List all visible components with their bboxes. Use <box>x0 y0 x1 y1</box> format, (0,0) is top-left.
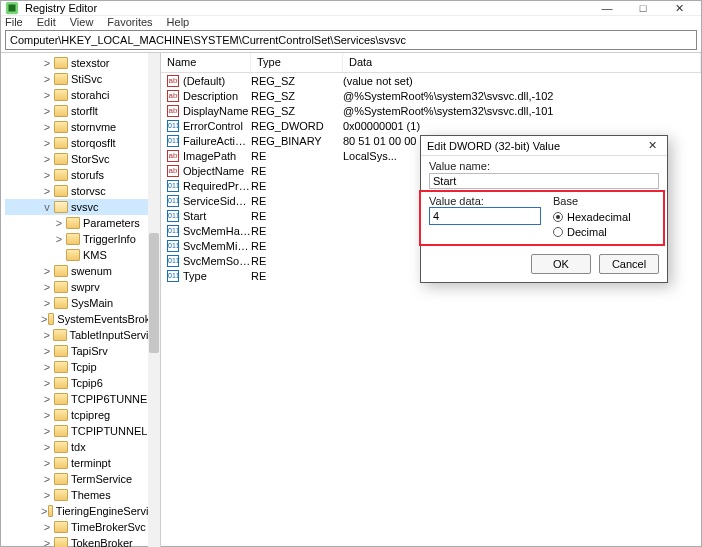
tree-item[interactable]: >stornvme <box>5 119 160 135</box>
tree-scroll-thumb[interactable] <box>149 233 159 353</box>
minimize-button[interactable]: — <box>589 1 625 15</box>
tree-item[interactable]: >storufs <box>5 167 160 183</box>
tree-item[interactable]: >Tcpip6 <box>5 375 160 391</box>
tree-expander-icon[interactable]: > <box>41 89 53 101</box>
tree-item[interactable]: >tcpipreg <box>5 407 160 423</box>
menu-favorites[interactable]: Favorites <box>107 16 152 28</box>
tree-item-label: TabletInputService <box>70 329 161 341</box>
tree-expander-icon[interactable]: > <box>41 265 53 277</box>
radio-hex[interactable] <box>553 212 563 222</box>
tree-item[interactable]: >swprv <box>5 279 160 295</box>
tree-item[interactable]: >TimeBrokerSvc <box>5 519 160 535</box>
tree-item[interactable]: >storflt <box>5 103 160 119</box>
menu-help[interactable]: Help <box>167 16 190 28</box>
tree-expander-icon[interactable]: > <box>41 457 53 469</box>
value-row[interactable]: abDisplayNameREG_SZ@%SystemRoot%\system3… <box>161 103 701 118</box>
tree-item[interactable]: >TokenBroker <box>5 535 160 547</box>
tree-item[interactable]: >Themes <box>5 487 160 503</box>
address-bar[interactable]: Computer\HKEY_LOCAL_MACHINE\SYSTEM\Curre… <box>5 30 697 50</box>
tree-item[interactable]: >storqosflt <box>5 135 160 151</box>
tree-item[interactable]: >swenum <box>5 263 160 279</box>
dialog-close-button[interactable]: ✕ <box>643 139 661 152</box>
tree-item[interactable]: >Tcpip <box>5 359 160 375</box>
value-row[interactable]: 011ErrorControlREG_DWORD0x00000001 (1) <box>161 118 701 133</box>
tree-item-label: Tcpip6 <box>71 377 103 389</box>
regedit-icon <box>5 1 19 15</box>
close-button[interactable]: ✕ <box>661 1 697 15</box>
radio-dec[interactable] <box>553 227 563 237</box>
value-name: SvcMemHardLi... <box>183 225 251 237</box>
tree-expander-icon[interactable]: > <box>41 377 53 389</box>
tree-item[interactable]: >TapiSrv <box>5 343 160 359</box>
tree-scrollbar[interactable] <box>148 53 160 547</box>
dialog-body: Value name: Start Value data: 4 Base <box>421 156 667 250</box>
cancel-button[interactable]: Cancel <box>599 254 659 274</box>
col-type[interactable]: Type <box>251 53 343 72</box>
value-row[interactable]: ab(Default)REG_SZ(value not set) <box>161 73 701 88</box>
tree-expander-icon[interactable]: > <box>41 521 53 533</box>
maximize-button[interactable]: □ <box>625 1 661 15</box>
menu-view[interactable]: View <box>70 16 94 28</box>
tree-expander-icon[interactable]: > <box>41 361 53 373</box>
folder-icon <box>66 233 80 245</box>
value-data-field[interactable]: 4 <box>429 207 541 225</box>
tree-item[interactable]: >storvsc <box>5 183 160 199</box>
tree-item[interactable]: >storahci <box>5 87 160 103</box>
tree-item[interactable]: >TCPIPTUNNEL <box>5 423 160 439</box>
tree-expander-icon[interactable]: > <box>41 345 53 357</box>
tree-item[interactable]: >terminpt <box>5 455 160 471</box>
col-name[interactable]: Name <box>161 53 251 72</box>
tree-expander-icon[interactable]: > <box>41 105 53 117</box>
radio-dec-row[interactable]: Decimal <box>553 224 631 239</box>
tree-expander-icon[interactable]: > <box>41 489 53 501</box>
tree-expander-icon[interactable]: > <box>41 185 53 197</box>
base-label: Base <box>553 195 631 207</box>
tree-item[interactable]: >Parameters <box>5 215 160 231</box>
tree-expander-icon[interactable]: > <box>41 409 53 421</box>
value-row[interactable]: abDescriptionREG_SZ@%SystemRoot%\system3… <box>161 88 701 103</box>
tree-expander-icon[interactable]: > <box>41 121 53 133</box>
tree-expander-icon[interactable]: > <box>53 233 65 245</box>
menu-file[interactable]: File <box>5 16 23 28</box>
tree-expander-icon[interactable]: > <box>41 281 53 293</box>
folder-icon <box>54 441 68 453</box>
tree-item[interactable]: >tdx <box>5 439 160 455</box>
menu-edit[interactable]: Edit <box>37 16 56 28</box>
value-name: ServiceSidType <box>183 195 251 207</box>
tree-item[interactable]: KMS <box>5 247 160 263</box>
tree-expander-icon[interactable]: > <box>41 329 52 341</box>
tree-expander-icon[interactable]: > <box>41 505 47 517</box>
tree-item[interactable]: >TermService <box>5 471 160 487</box>
tree-expander-icon[interactable]: > <box>53 217 65 229</box>
tree-item[interactable]: >StiSvc <box>5 71 160 87</box>
tree-expander-icon[interactable]: > <box>41 473 53 485</box>
binary-value-icon: 011 <box>165 195 181 207</box>
tree-item[interactable]: >StorSvc <box>5 151 160 167</box>
tree-item[interactable]: >SystemEventsBroker <box>5 311 160 327</box>
tree-expander-icon[interactable]: > <box>41 169 53 181</box>
tree-expander-icon[interactable]: > <box>41 57 53 69</box>
ok-button[interactable]: OK <box>531 254 591 274</box>
tree-expander-icon[interactable]: > <box>41 297 53 309</box>
tree-expander-icon[interactable]: v <box>41 201 53 213</box>
tree-item[interactable]: >SysMain <box>5 295 160 311</box>
folder-icon <box>54 89 68 101</box>
dialog-titlebar[interactable]: Edit DWORD (32-bit) Value ✕ <box>421 136 667 156</box>
tree-expander-icon[interactable]: > <box>41 393 53 405</box>
tree-expander-icon[interactable]: > <box>41 441 53 453</box>
value-name-field[interactable]: Start <box>429 173 659 189</box>
tree-expander-icon[interactable]: > <box>41 537 53 547</box>
tree-item[interactable]: >TriggerInfo <box>5 231 160 247</box>
radio-hex-row[interactable]: Hexadecimal <box>553 209 631 224</box>
tree-expander-icon[interactable]: > <box>41 137 53 149</box>
col-data[interactable]: Data <box>343 53 701 72</box>
tree-item[interactable]: vsvsvc <box>5 199 160 215</box>
tree-expander-icon[interactable]: > <box>41 153 53 165</box>
tree-expander-icon[interactable]: > <box>41 425 53 437</box>
tree-expander-icon[interactable]: > <box>41 313 47 325</box>
tree-item[interactable]: >TieringEngineService <box>5 503 160 519</box>
tree-item[interactable]: >TCPIP6TUNNEL <box>5 391 160 407</box>
tree-item[interactable]: >stexstor <box>5 55 160 71</box>
tree-expander-icon[interactable]: > <box>41 73 53 85</box>
tree-item[interactable]: >TabletInputService <box>5 327 160 343</box>
